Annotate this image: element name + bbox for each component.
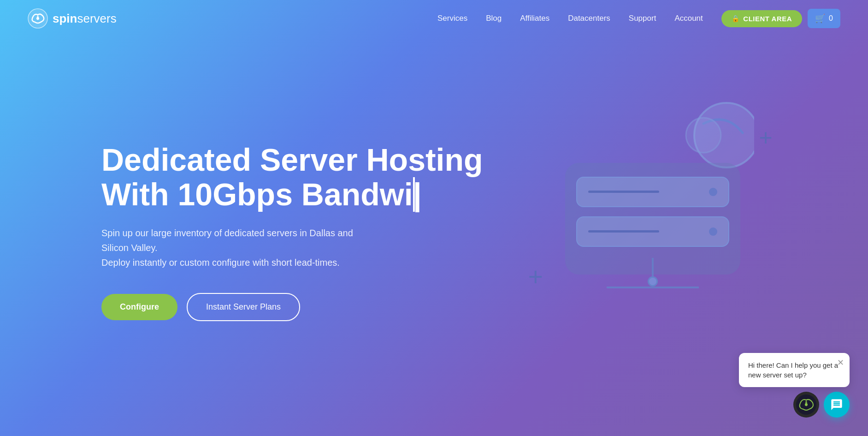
server-bar-2	[588, 230, 659, 233]
avatar-icon	[796, 394, 816, 415]
nav-account[interactable]: Account	[674, 14, 703, 23]
chat-fab-button[interactable]	[824, 392, 850, 418]
logo-text: spinservers	[53, 12, 117, 26]
hero-content: Dedicated Server Hosting With 10Gbps Ban…	[0, 37, 868, 436]
server-unit-1	[576, 177, 729, 207]
svg-point-1	[36, 17, 39, 20]
plus-decoration-top: +	[759, 126, 773, 149]
nav-support[interactable]: Support	[629, 14, 656, 23]
server-illustration: + +	[542, 98, 763, 366]
server-illustration-container: + +	[493, 71, 813, 394]
instant-plans-button[interactable]: Instant Server Plans	[187, 293, 300, 321]
server-rack	[565, 163, 740, 275]
nav-blog[interactable]: Blog	[486, 14, 502, 23]
nav-datacenters[interactable]: Datacenters	[568, 14, 610, 23]
connector-line-horizontal	[607, 287, 699, 288]
hero-buttons: Configure Instant Server Plans	[101, 293, 493, 321]
nav-services[interactable]: Services	[437, 14, 467, 23]
chat-message: Hi there! Can I help you get a new serve…	[748, 360, 840, 380]
client-area-button[interactable]: 🔒 CLIENT AREA	[721, 10, 802, 27]
server-bar-1	[588, 191, 659, 193]
logo-icon	[28, 8, 48, 29]
connector-line-vertical	[652, 258, 654, 276]
cart-button[interactable]: 🛒 0	[808, 9, 840, 28]
chat-bubble: ✕ Hi there! Can I help you get a new ser…	[739, 353, 850, 387]
chat-close-button[interactable]: ✕	[837, 358, 844, 368]
network-connector	[607, 258, 699, 288]
hero-text: Dedicated Server Hosting With 10Gbps Ban…	[101, 143, 493, 321]
client-area-label: CLIENT AREA	[743, 15, 792, 23]
plus-decoration-mid: +	[528, 264, 543, 290]
navbar: spinservers Services Blog Affiliates Dat…	[0, 0, 868, 37]
svg-point-3	[686, 118, 721, 153]
configure-button[interactable]: Configure	[101, 294, 177, 320]
connector-node	[648, 276, 658, 287]
logo[interactable]: spinservers	[28, 8, 117, 29]
hero-section: spinservers Services Blog Affiliates Dat…	[0, 0, 868, 436]
server-indicator-1	[709, 188, 717, 196]
chat-fab-icon	[830, 398, 843, 411]
hero-title: Dedicated Server Hosting With 10Gbps Ban…	[101, 143, 493, 212]
svg-point-5	[805, 403, 808, 406]
chat-widget: ✕ Hi there! Can I help you get a new ser…	[739, 353, 850, 418]
text-cursor: |	[413, 177, 415, 212]
server-unit-2	[576, 216, 729, 247]
nav-links: Services Blog Affiliates Datacenters Sup…	[437, 14, 703, 23]
server-indicator-2	[709, 227, 717, 236]
nav-actions: 🔒 CLIENT AREA 🛒 0	[721, 9, 840, 28]
nav-affiliates[interactable]: Affiliates	[520, 14, 549, 23]
lock-icon: 🔒	[732, 15, 740, 22]
hero-subtitle: Spin up our large inventory of dedicated…	[101, 226, 378, 270]
cart-count: 0	[829, 14, 833, 23]
chat-avatar[interactable]	[793, 392, 819, 418]
cart-icon: 🛒	[815, 13, 825, 24]
